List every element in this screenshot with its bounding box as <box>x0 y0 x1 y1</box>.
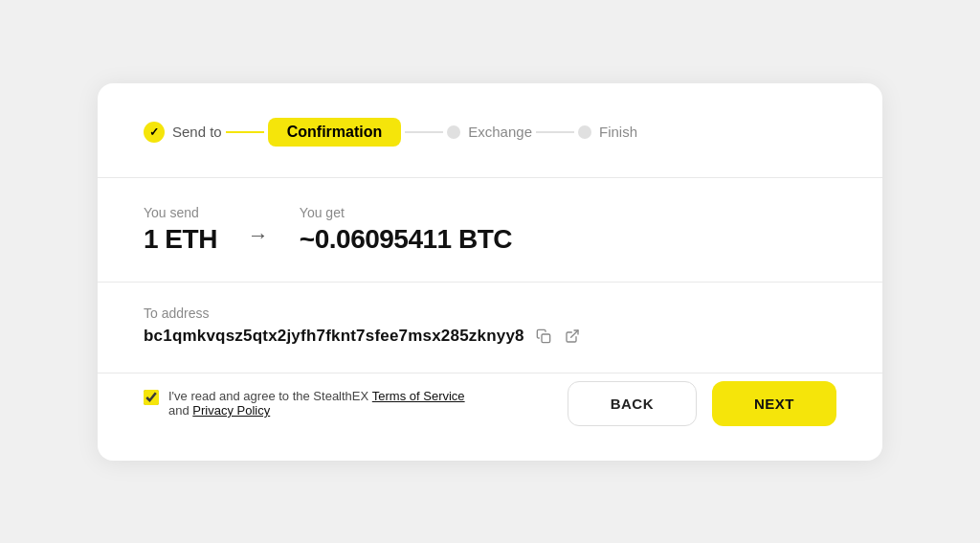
svg-rect-0 <box>542 334 550 343</box>
terms-checkbox[interactable] <box>144 390 159 405</box>
stepper: ✓ Send to Confirmation Exchange Finish <box>144 118 836 147</box>
step-circle-exchange <box>447 125 460 139</box>
terms-text: I've read and agree to the StealthEX Ter… <box>168 389 469 418</box>
step-label-send-to: Send to <box>172 124 222 140</box>
send-label: You send <box>144 205 217 220</box>
footer: I've read and agree to the StealthEX Ter… <box>144 373 836 426</box>
address-label: To address <box>144 305 836 321</box>
step-label-exchange: Exchange <box>468 124 532 140</box>
connector-1 <box>226 131 264 133</box>
exchange-section: You send 1 ETH → You get ~0.06095411 BTC <box>144 178 836 282</box>
arrow-icon: → <box>248 223 269 248</box>
step-label-finish: Finish <box>599 124 637 140</box>
step-label-confirmation: Confirmation <box>268 118 402 147</box>
get-label: You get <box>300 205 512 220</box>
step-finish: Finish <box>578 124 637 140</box>
step-exchange: Exchange <box>447 124 532 140</box>
next-button[interactable]: NEXT <box>712 381 836 426</box>
get-value: ~0.06095411 BTC <box>300 224 512 255</box>
step-send-to: ✓ Send to <box>144 122 222 143</box>
send-col: You send 1 ETH <box>144 205 217 255</box>
step-circle-finish <box>578 125 591 139</box>
back-button[interactable]: BACK <box>568 381 697 426</box>
get-col: You get ~0.06095411 BTC <box>300 205 512 255</box>
copy-address-button[interactable] <box>534 327 553 346</box>
terms-link[interactable]: Terms of Service <box>372 389 465 403</box>
svg-line-1 <box>570 330 577 337</box>
privacy-link[interactable]: Privacy Policy <box>192 403 270 418</box>
connector-2 <box>405 131 443 133</box>
address-row: bc1qmkvqsz5qtx2jyfh7fknt7sfee7msx285zkny… <box>144 327 836 346</box>
open-address-button[interactable] <box>563 327 582 346</box>
terms-checkbox-label[interactable]: I've read and agree to the StealthEX Ter… <box>144 389 469 418</box>
step-confirmation: Confirmation <box>268 118 402 147</box>
button-group: BACK NEXT <box>568 381 836 426</box>
send-value: 1 ETH <box>144 224 217 255</box>
address-section: To address bc1qmkvqsz5qtx2jyfh7fknt7sfee… <box>144 283 836 373</box>
address-value: bc1qmkvqsz5qtx2jyfh7fknt7sfee7msx285zkny… <box>144 327 524 346</box>
step-circle-send-to: ✓ <box>144 122 165 143</box>
main-card: ✓ Send to Confirmation Exchange Finish Y… <box>98 83 882 461</box>
connector-3 <box>536 131 574 133</box>
